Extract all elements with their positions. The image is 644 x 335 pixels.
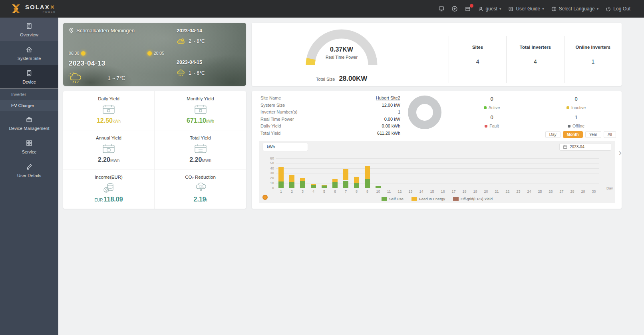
language-label: Select Language [559,6,595,12]
x-axis-tick: 4 [309,189,318,193]
svg-text:CO₂: CO₂ [199,185,205,188]
stat-sites: Sites 4 [449,36,506,83]
sidebar-item-device[interactable]: Device [0,65,58,89]
x-axis-tick: 28 [568,189,577,193]
x-axis-tick: 25 [536,189,545,193]
sidebar-item-device-management[interactable]: Device Management [0,111,58,135]
sidebar-item-user-details[interactable]: User Details [0,158,58,182]
monitor-icon[interactable] [438,6,445,12]
bar-segment[interactable] [289,175,294,182]
bar-segment[interactable] [278,167,284,181]
briefcase-icon [26,116,33,123]
logout-button[interactable]: Log Out [605,6,630,12]
location-pin-icon [69,28,74,34]
bar-segment[interactable] [289,182,294,188]
submenu-item-ev-charger[interactable]: EV Charger [0,100,58,111]
x-axis-tick: 11 [385,189,394,193]
notification-icon[interactable] [465,6,471,12]
x-axis-tick: 10 [374,189,383,193]
topbar: SOLAX✕ POWER guest ▾ User Guide ▾ Select… [0,0,644,18]
submenu-item-inverter[interactable]: Inverter [0,89,58,100]
x-axis-tick: 13 [406,189,415,193]
sidebar-item-label: Overview [20,32,38,37]
x-axis-tick: 22 [503,189,512,193]
sunrise-sun-icon [81,51,85,56]
bar-segment[interactable] [322,185,327,188]
x-axis-tick: 23 [514,189,523,193]
x-axis-tick: 16 [439,189,447,193]
weather-today-panel: Schmalkalden-Meiningen 06:30 20:05 2023-… [63,23,170,86]
stat-online-inverters: Online Inverters 1 [564,36,622,83]
sunrise-time: 06:30 [69,51,85,56]
y-axis-tick: 20 [264,176,274,180]
bar-segment[interactable] [311,185,316,188]
bar-segment[interactable] [343,169,348,180]
bar-segment[interactable] [354,177,359,183]
user-guide-menu[interactable]: User Guide ▾ [508,6,544,12]
legend-swatch [453,197,459,201]
user-menu[interactable]: guest ▾ [478,6,501,12]
detail-row: Daily Yield0.00 kWh [260,123,400,130]
sidebar-item-label: User Details [17,173,41,178]
detail-row: Total Yield611.20 kWh [260,130,400,137]
globe-icon [551,6,557,12]
detail-row: System Size12.00 kW [260,102,400,109]
co2-cloud-icon: CO₂ [194,182,207,193]
sidebar-item-label: Device [22,80,36,84]
bar-segment[interactable] [365,179,370,188]
gridline [276,158,599,159]
period-tab-month[interactable]: Month [563,131,583,138]
bar-segment[interactable] [354,183,359,188]
x-axis-tick: 17 [449,189,458,193]
x-axis-tick: 2 [288,189,296,193]
x-axis-tick: 3 [298,189,307,193]
bar-segment[interactable] [311,184,316,185]
legend-item: Feed In Energy [411,197,445,201]
bar-segment[interactable] [365,166,370,179]
carousel-next-icon[interactable]: › [618,148,622,158]
x-axis-tick: 7 [342,189,350,193]
x-axis-tick: 18 [460,189,469,193]
sidebar-item-overview[interactable]: Overview [0,18,58,41]
bar-segment[interactable] [332,182,338,188]
pen-icon [26,163,33,170]
bar-segment[interactable] [343,181,348,188]
legend-swatch [411,197,417,201]
yield-cell-income: Income(EUR) EUR118.09 [63,169,155,209]
forecast-row: 2023-04-15 1 ~ 6℃ [170,54,246,86]
solax-logo[interactable]: SOLAX✕ POWER [0,3,56,14]
period-tab-all[interactable]: All [604,131,616,138]
site-name-link[interactable]: Hubert Site2 [376,95,400,102]
gridline [276,173,599,173]
home-icon[interactable] [451,6,458,12]
period-tab-year[interactable]: Year [585,131,601,138]
logo-text: SOLAX✕ POWER [25,4,56,14]
bar-segment[interactable] [376,186,381,188]
bar-segment[interactable] [300,178,305,181]
status-fault: 0 Fault [458,114,526,128]
total-size-value: 28.00KW [339,75,367,82]
logo-word: SOLAX [25,4,50,10]
detail-row: Real Time Power0.00 kW [260,116,400,123]
gridline [276,178,599,178]
logo-subtitle: POWER [25,11,56,14]
topbar-menu: guest ▾ User Guide ▾ Select Language ▾ L… [438,6,644,12]
legend-item: Off-grid(EPS) Yield [453,197,493,201]
language-menu[interactable]: Select Language ▾ [551,6,599,12]
dashboard-icon [26,22,33,30]
x-axis-tick: 8 [352,189,361,193]
sidebar-item-system-site[interactable]: System Site [0,41,58,65]
bar-segment[interactable] [332,179,338,183]
bar-segment[interactable] [300,181,305,188]
sunset-time: 20:05 [147,51,164,56]
forecast-temp: 2 ~ 8℃ [189,38,205,44]
bar-segment[interactable] [322,185,327,185]
chart-indicator-icon[interactable] [262,195,268,200]
period-tab-day[interactable]: Day [545,131,561,138]
sidebar-item-service[interactable]: Service [0,135,58,158]
site-details-list: Site NameHubert Site2 System Size12.00 k… [260,95,400,137]
bar-plot: 0102030405060123456789101112131415161718… [259,141,615,203]
bar-segment[interactable] [278,181,284,188]
period-toggle: Day Month Year All [545,131,616,138]
yield-cell-daily: Daily Yield 12.50kWh [63,91,155,130]
